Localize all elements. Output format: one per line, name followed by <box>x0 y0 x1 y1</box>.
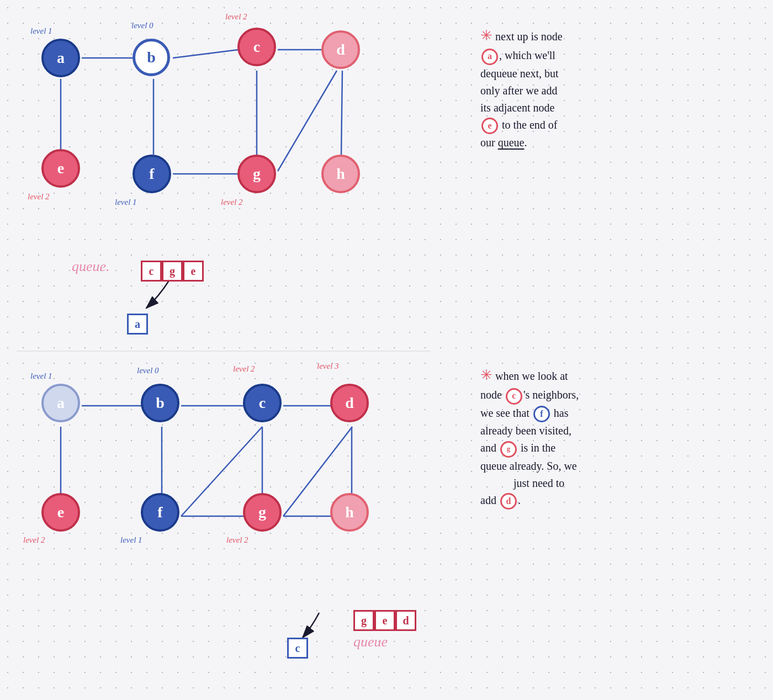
queue-cell-e1: e <box>183 261 204 282</box>
level-label-g2: level 2 <box>226 535 248 545</box>
queue-cells-diagram1: c g e <box>141 261 204 282</box>
divider <box>17 351 431 352</box>
node-g-diagram1: g <box>237 155 276 193</box>
dequeued-a-diagram1: a <box>127 314 148 335</box>
queue-label-diagram2: queue <box>353 634 388 650</box>
node-d-diagram1: d <box>321 30 360 69</box>
queue-cell-g1: g <box>162 261 183 282</box>
node-c-diagram2: c <box>243 384 282 422</box>
note-diagram2: ✳ when we look at node c's neighbors, we… <box>480 364 756 510</box>
level-label-d2: level 3 <box>317 362 339 371</box>
svg-line-1 <box>173 50 239 58</box>
dequeued-c-diagram2: c <box>287 638 308 659</box>
queue-cell-c1: c <box>141 261 162 282</box>
node-a-diagram2: a <box>41 384 80 422</box>
level-label-b1: level 0 <box>131 21 153 30</box>
node-g-diagram2: g <box>243 493 282 532</box>
node-e-diagram1: e <box>41 149 80 188</box>
node-f-diagram1: f <box>133 155 171 193</box>
node-f-diagram2: f <box>141 493 179 532</box>
dequeued-cell-a: a <box>127 314 148 335</box>
node-h-diagram1: h <box>321 155 360 193</box>
queue-cell-e2: e <box>374 610 395 631</box>
level-label-g1: level 2 <box>221 198 243 207</box>
node-h-diagram2: h <box>330 493 369 532</box>
svg-line-6 <box>278 71 337 171</box>
dequeued-cell-c: c <box>287 638 308 659</box>
level-label-c1: level 2 <box>225 12 247 22</box>
node-b-diagram1: b <box>133 39 170 76</box>
node-b-diagram2: b <box>141 384 179 422</box>
node-e-diagram2: e <box>41 493 80 532</box>
queue-cell-g2: g <box>353 610 374 631</box>
queue-cell-d2: d <box>395 610 416 631</box>
level-label-f1: level 1 <box>115 198 137 207</box>
queue-label-diagram1: queue. <box>72 258 110 275</box>
node-d-diagram2: d <box>330 384 369 422</box>
level-label-a2: level 1 <box>30 372 52 381</box>
node-a-diagram1: a <box>41 39 80 77</box>
node-c-diagram1: c <box>237 28 276 66</box>
svg-line-7 <box>341 71 342 155</box>
queue-cells-diagram2: g e d <box>353 610 416 631</box>
level-label-e1: level 2 <box>28 192 50 201</box>
level-label-e2: level 2 <box>23 535 45 545</box>
level-label-c2: level 2 <box>233 364 255 374</box>
level-label-b2: level 0 <box>137 366 159 375</box>
level-label-a1: level 1 <box>30 26 52 36</box>
note-diagram1: ✳ next up is node a, which we'll dequeue… <box>480 25 751 151</box>
level-label-f2: level 1 <box>120 535 142 545</box>
